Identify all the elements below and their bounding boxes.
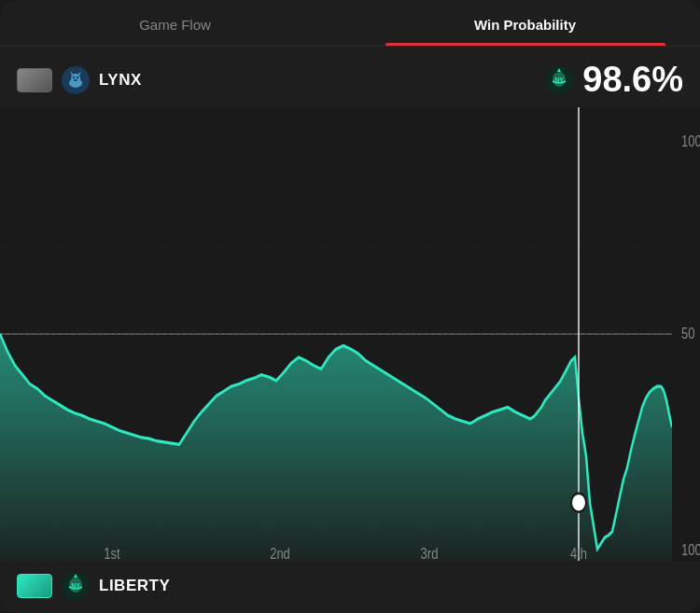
svg-point-5	[73, 76, 75, 77]
liberty-logo-header: NY	[545, 66, 573, 94]
svg-text:100: 100	[681, 133, 700, 150]
liberty-swatch	[17, 574, 52, 598]
team-left: LYNX	[17, 66, 142, 94]
chart-container: 100 50 100 1st 2nd 3rd 4th	[0, 107, 700, 561]
svg-point-28	[571, 494, 586, 512]
lynx-logo	[62, 66, 90, 94]
tab-bar: Game Flow Win Probability	[0, 0, 700, 47]
lynx-swatch	[17, 68, 52, 92]
liberty-team-name: LIBERTY	[99, 577, 170, 595]
svg-text:NY: NY	[554, 77, 564, 83]
svg-text:50: 50	[681, 326, 694, 342]
svg-text:NY: NY	[71, 582, 80, 589]
team-right: NY 98.6%	[545, 60, 683, 100]
svg-text:3rd: 3rd	[421, 545, 439, 561]
svg-text:100: 100	[681, 541, 700, 558]
tab-game-flow[interactable]: Game Flow	[0, 0, 350, 46]
svg-point-6	[77, 76, 78, 77]
svg-text:1st: 1st	[104, 545, 119, 561]
svg-text:2nd: 2nd	[270, 545, 290, 561]
tab-win-probability[interactable]: Win Probability	[350, 0, 700, 46]
win-probability-chart: 100 50 100 1st 2nd 3rd 4th	[0, 107, 700, 561]
bottom-row: NY LIBERTY	[0, 561, 700, 613]
header-row: LYNX NY 98.6%	[0, 47, 700, 107]
liberty-logo-footer: NY	[62, 572, 90, 600]
svg-text:4th: 4th	[570, 545, 587, 561]
win-probability-value: 98.6%	[582, 60, 683, 100]
lynx-team-name: LYNX	[99, 71, 142, 90]
svg-point-7	[74, 79, 77, 81]
